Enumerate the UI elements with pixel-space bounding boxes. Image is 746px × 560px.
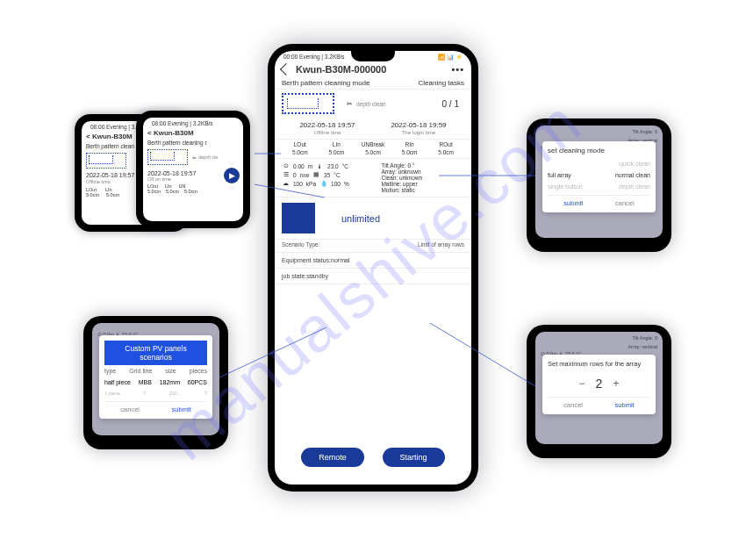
scenario-type-label: Scenario Type:	[282, 241, 319, 248]
custom-pv-panels-card: ⊙ 0.0m 🌡 23.0 °C Custom PV panels scenar…	[83, 316, 228, 449]
job-state: job state:standby	[275, 269, 471, 284]
cleaning-mode-label: Berth pattern cleaning mode	[282, 79, 419, 87]
cleaning-tasks-label: Cleaning tasks	[419, 79, 464, 87]
max-rows-value: 2	[596, 377, 603, 391]
cancel-button[interactable]: cancel	[615, 199, 635, 207]
offline-time-value: 2022-05-18 19:57	[299, 121, 355, 129]
play-fab-icon[interactable]: ▶	[224, 168, 240, 183]
remote-button[interactable]: Remote	[301, 448, 364, 467]
array-rows-limit-value[interactable]: unlimited	[341, 213, 380, 224]
submit-button[interactable]: submit	[172, 406, 191, 413]
sensor-readings: ⊙0.00m🌡23.0°C ☰0row▦35°C ☁100kPa💧100%	[282, 162, 381, 193]
scenario-type-icon[interactable]	[282, 203, 315, 233]
full-array-option[interactable]: full array	[548, 172, 571, 178]
center-phone: 00:00 Evening | 3.2KB/s 📶 📊 ⚡ Kwun-B30M-…	[268, 44, 478, 492]
tasks-count: 0 / 1	[437, 99, 464, 109]
phone-notch	[351, 51, 395, 61]
title-bar: Kwun-B30M-000000 •••	[275, 61, 471, 77]
depth-clean-label: depth clean	[356, 101, 437, 107]
cleaning-mode-card: Tilt Angle: 0 Array: vertical ⊙ 0.0m 🌡 2…	[527, 118, 671, 252]
device-title: Kwun-B30M-000000	[296, 64, 386, 75]
cleaning-pattern-icon[interactable]	[282, 93, 334, 114]
screenshot-thumbnails: 08:00 Evening | 3.2KB/s < Kwun-B30M Bert…	[75, 114, 259, 246]
equipment-status: Equipment status:normal	[275, 253, 471, 269]
max-rows-card: Tilt Angle: 0 Array: vertical ⊙ 0.0m 🌡 2…	[527, 325, 671, 458]
more-icon[interactable]: •••	[451, 64, 464, 75]
limit-rows-label: Limit of array rows	[418, 241, 464, 248]
custom-pv-modal-title: Custom PV panels scenarios	[104, 341, 207, 365]
scissors-icon: ✂	[347, 100, 353, 108]
normal-clean-option[interactable]: normal clean	[615, 172, 650, 178]
cleaning-mode-title: set cleaning mode	[548, 147, 650, 154]
decrement-button[interactable]: −	[579, 377, 585, 390]
max-rows-title: Set maximum rows for the array	[548, 360, 650, 368]
login-time-label: The login time	[391, 129, 446, 135]
submit-button[interactable]: submit	[615, 401, 635, 409]
starting-button[interactable]: Starting	[383, 448, 445, 467]
cancel-button[interactable]: cancel	[563, 401, 583, 409]
offline-time-label: Offline time	[299, 129, 355, 135]
login-time-value: 2022-05-18 19:59	[391, 121, 446, 129]
device-state: Tilt Angle: 0 ° Array: unknown Clean: un…	[381, 162, 464, 193]
increment-button[interactable]: +	[613, 377, 619, 390]
submit-button[interactable]: submit	[563, 199, 583, 207]
back-icon[interactable]	[280, 63, 292, 75]
cancel-button[interactable]: cancel	[120, 406, 140, 413]
